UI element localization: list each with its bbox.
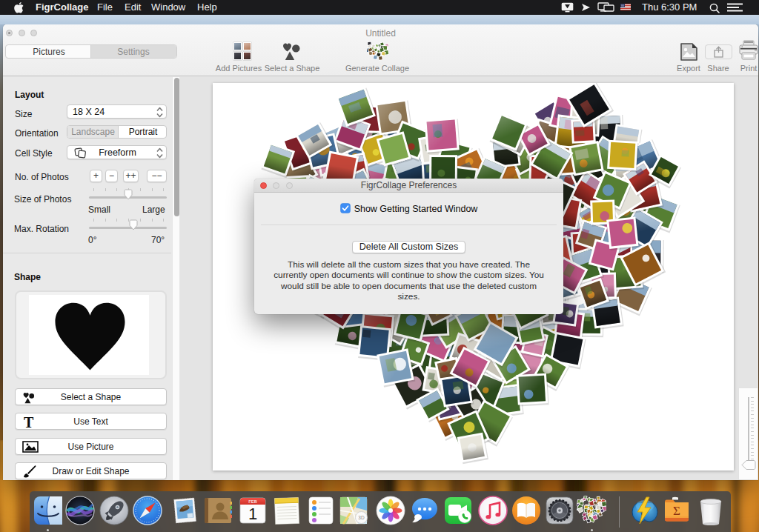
svg-text:3D: 3D xyxy=(358,515,365,520)
svg-text:1: 1 xyxy=(248,505,257,523)
svg-text:Σ: Σ xyxy=(673,504,680,518)
svg-text:FEB: FEB xyxy=(248,499,257,504)
